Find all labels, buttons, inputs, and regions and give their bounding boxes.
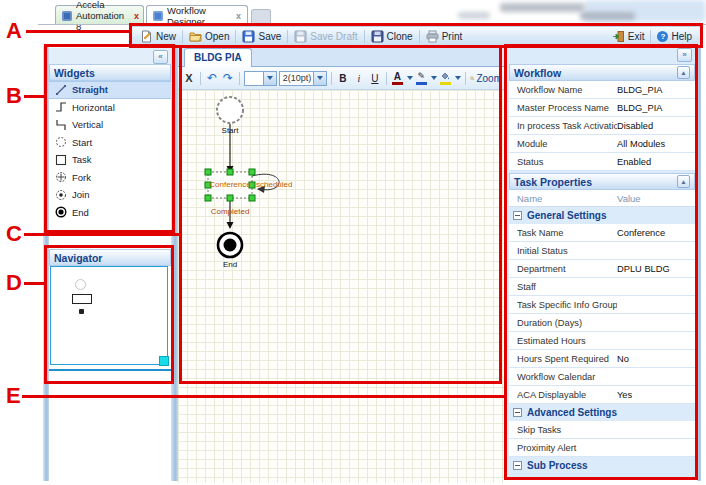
accela-favicon — [62, 11, 72, 21]
annotation-line-a — [26, 30, 129, 33]
annotation-box-b — [44, 44, 175, 233]
workflow-designer-favicon — [153, 11, 163, 21]
annotation-line-d — [24, 282, 44, 285]
annotation-box-c — [179, 45, 502, 384]
annotation-label-a: A — [6, 20, 22, 42]
annotation-label-d: D — [6, 272, 22, 294]
annotation-label-e: E — [6, 385, 21, 407]
annotation-line-b — [24, 95, 44, 98]
close-tab-icon[interactable]: x — [236, 11, 241, 21]
workflow-designer-screen: Accela Automation 8 x Workflow Designer … — [0, 0, 706, 485]
annotation-box-e — [504, 44, 698, 480]
annotation-label-b: B — [6, 85, 22, 107]
browser-tab-workflow-designer[interactable]: Workflow Designer x — [146, 5, 248, 25]
close-tab-icon[interactable]: x — [134, 11, 139, 21]
annotation-line-c — [24, 233, 179, 236]
annotation-line-e — [22, 395, 504, 398]
annotation-box-d — [44, 245, 174, 384]
browser-tab-accela-automation[interactable]: Accela Automation 8 x — [55, 5, 144, 25]
annotation-label-c: C — [6, 223, 22, 245]
blurred-browser-chrome — [430, 0, 706, 24]
browser-tab-title: Accela Automation 8 — [76, 0, 124, 32]
